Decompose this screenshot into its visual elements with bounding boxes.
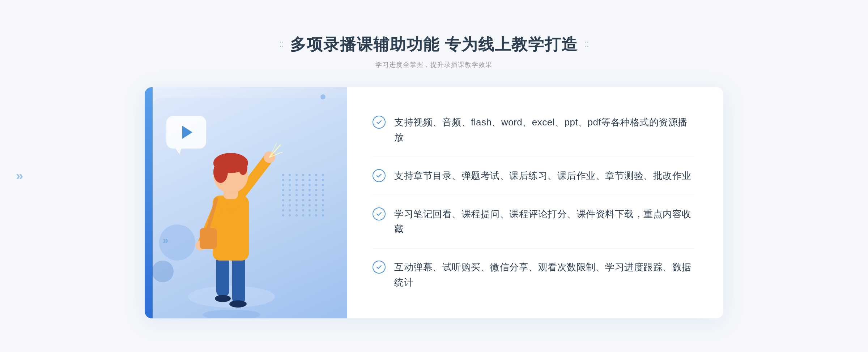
page-left-arrow-icon[interactable]: » [16,168,23,184]
svg-point-1 [203,310,260,318]
feature-item-3: 学习笔记回看、课程提问、课程评论打分、课件资料下载，重点内容收藏 [373,203,694,240]
feature-item-2: 支持章节目录、弹题考试、课后练习、课后作业、章节测验、批改作业 [373,165,694,187]
feature-item-4: 互动弹幕、试听购买、微信分享、观看次数限制、学习进度跟踪、数据统计 [373,256,694,293]
svg-point-5 [229,300,247,308]
feature-text-1: 支持视频、音频、flash、word、excel、ppt、pdf等各种格式的资源… [394,115,694,145]
svg-rect-3 [232,253,245,304]
page-wrapper: ⁚⁚ 多项录播课辅助功能 专为线上教学打造 ⁚⁚ 学习进度全掌握，提升录播课教学… [0,0,868,352]
feature-text-4: 互动弹幕、试听购买、微信分享、观看次数限制、学习进度跟踪、数据统计 [394,260,694,290]
blue-strip-decoration [145,87,153,318]
content-card: » [145,87,723,318]
svg-point-15 [239,162,247,175]
sparkle-right-icon: ⁚⁚ [584,40,589,49]
divider-3 [373,248,694,249]
feature-item-1: 支持视频、音频、flash、word、excel、ppt、pdf等各种格式的资源… [373,111,694,149]
small-circle-deco [320,94,326,99]
svg-rect-17 [200,228,217,249]
left-illustration-panel: » [145,87,347,318]
check-icon-2 [373,169,386,182]
page-subtitle: 学习进度全掌握，提升录播课教学效果 [279,60,589,69]
svg-point-4 [215,295,231,302]
page-title: 多项录播课辅助功能 专为线上教学打造 [290,34,578,55]
feature-text-3: 学习笔记回看、课程提问、课程评论打分、课件资料下载，重点内容收藏 [394,207,694,237]
feature-text-2: 支持章节目录、弹题考试、课后练习、课后作业、章节测验、批改作业 [394,168,692,184]
header-title-row: ⁚⁚ 多项录播课辅助功能 专为线上教学打造 ⁚⁚ [279,34,589,55]
divider-1 [373,156,694,157]
divider-2 [373,195,694,195]
sparkle-left-icon: ⁚⁚ [279,40,284,49]
arrow-left-icon: » [163,235,169,246]
header-section: ⁚⁚ 多项录播课辅助功能 专为线上教学打造 ⁚⁚ 学习进度全掌握，提升录播课教学… [279,34,589,69]
check-icon-1 [373,116,386,129]
circle-decoration-2 [152,261,174,282]
svg-point-14 [213,161,228,183]
person-illustration [174,123,289,318]
check-icon-3 [373,207,386,220]
right-features-panel: 支持视频、音频、flash、word、excel、ppt、pdf等各种格式的资源… [347,87,723,318]
check-icon-4 [373,261,386,274]
